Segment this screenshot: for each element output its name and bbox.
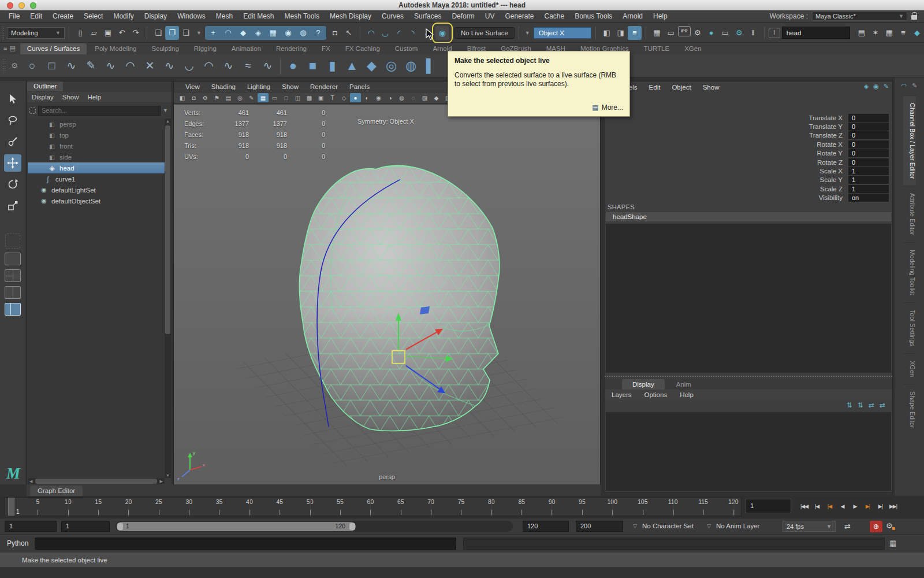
attach-curves-icon[interactable]: ∿ [160, 56, 179, 75]
step-back-frame-button[interactable]: |◀ [811, 499, 823, 513]
new-empty-layer-icon[interactable]: ⇄ [869, 401, 874, 409]
grease-pencil-icon[interactable]: ✎ [246, 93, 257, 102]
current-frame-field[interactable]: 1 [745, 499, 791, 513]
safe-action-icon[interactable]: ▣ [315, 93, 326, 102]
chevron-down-icon[interactable]: ▼ [163, 108, 170, 113]
safe-title-icon[interactable]: T [327, 93, 338, 102]
scroll-right-icon[interactable]: ▶ [158, 479, 165, 484]
textured-icon[interactable]: ◐ [362, 93, 372, 102]
scroll-down-icon[interactable]: ▼ [165, 473, 171, 477]
range-slider-range[interactable]: 1 120 [117, 522, 356, 531]
new-layer-from-selected-icon[interactable]: ⇄ [880, 401, 885, 409]
select-object-icon[interactable]: ❐ [165, 26, 179, 40]
grid-icon[interactable]: ▦ [258, 93, 269, 102]
step-forward-key-button[interactable]: ▶| [862, 499, 874, 513]
layer-editor-tab[interactable]: Anim [666, 379, 702, 390]
outliner-item[interactable]: front [28, 140, 165, 151]
tool-settings-toggle-icon[interactable]: ≡ [896, 26, 910, 40]
motion-blur-icon[interactable]: ◌ [408, 93, 419, 102]
menu-item[interactable]: Surfaces [409, 12, 446, 20]
bookmarks-icon[interactable]: ⚑ [211, 93, 222, 102]
single-pane-layout-button[interactable] [5, 253, 21, 265]
script-editor-icon[interactable]: ▦ [889, 539, 896, 547]
snap-magnet-grid-icon[interactable]: ◠ [364, 26, 378, 40]
camera-attributes-icon[interactable]: ◧ [177, 93, 188, 102]
horizontal-scrollbar[interactable]: ◀ ▶ [28, 478, 165, 484]
multisample-icon[interactable]: ▨ [419, 93, 430, 102]
snap-magnet-point-icon[interactable]: ◜ [392, 26, 406, 40]
channel-attribute-row[interactable]: Scale Z 1 [605, 184, 889, 193]
select-tool[interactable] [4, 90, 21, 108]
outliner-item[interactable]: defaultLightSet [28, 184, 165, 195]
new-scene-icon[interactable]: ▯ [73, 26, 87, 40]
attribute-value-field[interactable]: on [848, 194, 889, 202]
modeling-toolkit-toggle-icon[interactable]: ▤ [855, 26, 869, 40]
arc-tool-icon[interactable]: ◠ [199, 56, 218, 75]
attribute-value-field[interactable]: 0 [848, 140, 889, 149]
animation-end-field[interactable]: 200 [576, 521, 623, 532]
go-to-start-button[interactable]: |◀◀ [798, 499, 810, 513]
shelf-tab[interactable]: Custom [388, 43, 425, 54]
menu-item[interactable]: Mesh Display [325, 12, 377, 20]
nurbs-circle-tool-icon[interactable]: ○ [23, 56, 42, 75]
curve-cross-tool-icon[interactable]: ✕ [140, 56, 159, 75]
current-frame-marker[interactable] [8, 498, 14, 516]
scrollbar-thumb[interactable] [35, 479, 157, 484]
quick-rename-field[interactable]: head [782, 27, 850, 39]
symmetry-icon[interactable]: ◉ [281, 26, 296, 40]
outliner-item[interactable]: top [28, 129, 165, 140]
tooltip-more-link[interactable]: ▤ More... [592, 103, 623, 112]
render-settings-icon[interactable]: ⚙ [691, 26, 705, 40]
channel-attribute-row[interactable]: Visibility on [605, 194, 889, 202]
attribute-value-field[interactable]: 0 [848, 114, 889, 122]
gear-icon[interactable]: ⚙ [7, 58, 22, 73]
outliner-item[interactable]: head [28, 162, 165, 173]
attribute-value-field[interactable]: 1 [848, 167, 889, 175]
viewport-menu-item[interactable]: Lighting [241, 83, 276, 90]
playback-start-field[interactable]: 1 [61, 521, 110, 532]
hypershade-icon[interactable]: ● [705, 26, 718, 40]
interactive-creation-icon[interactable]: ◍ [401, 56, 420, 75]
move-layer-up-icon[interactable]: ⇅ [847, 401, 852, 409]
screen-ao-icon[interactable]: ◍ [396, 93, 407, 102]
detach-curves-icon[interactable]: ◡ [180, 56, 199, 75]
sidebar-tab[interactable]: Channel Box / Layer Editor [903, 95, 916, 186]
outliner-menu-item[interactable]: Help [88, 94, 107, 101]
shelf-tab[interactable]: Animation [225, 43, 268, 54]
timeline-track[interactable]: 5 10 15 20 25 30 35 [5, 497, 742, 516]
two-d-pan-zoom-icon[interactable]: ◎ [234, 93, 245, 102]
four-pane-layout-button[interactable] [5, 269, 21, 282]
layer-editor-menu-item[interactable]: Options [644, 391, 680, 398]
menu-item[interactable]: Curves [377, 12, 409, 20]
redo-icon[interactable]: ↷ [129, 26, 143, 40]
exit-on-completion-icon[interactable]: ▌ [421, 56, 440, 75]
scroll-left-icon[interactable]: ◀ [28, 479, 34, 484]
playback-loop-icon[interactable]: ⇄ [844, 522, 851, 531]
ipr-render-icon[interactable]: IPR [678, 26, 691, 36]
shelf-tab[interactable]: Rendering [269, 43, 314, 54]
attribute-editor-toggle-icon[interactable]: ▦ [882, 26, 896, 40]
lock-icon[interactable] [911, 15, 917, 20]
render-current-frame-icon[interactable]: ▭ [664, 26, 678, 40]
snap-projected-center-icon[interactable]: ◈ [251, 26, 266, 40]
sidebar-tab[interactable]: Modeling Toolkit [903, 242, 916, 302]
sidebar-tab[interactable]: Tool Settings [903, 302, 916, 353]
menu-item[interactable]: Cache [539, 12, 569, 20]
scroll-up-icon[interactable]: ▲ [165, 119, 171, 123]
menu-item[interactable]: UV [480, 12, 500, 20]
panel-splitter[interactable] [605, 374, 892, 379]
shelf-tab[interactable]: Sculpting [144, 43, 185, 54]
pause-viewport-icon[interactable]: ‖ [746, 26, 760, 40]
channel-box-menu-item[interactable]: Edit [649, 84, 670, 91]
layer-editor-tab[interactable]: Display [622, 379, 665, 390]
pencil-icon[interactable]: ✎ [884, 83, 889, 90]
menu-item[interactable]: Mesh Tools [280, 12, 325, 20]
rotate-tool[interactable] [4, 176, 21, 193]
scrollbar-thumb[interactable] [165, 125, 170, 334]
gate-mask-icon[interactable]: ◫ [292, 93, 303, 102]
attribute-value-field[interactable]: 1 [848, 176, 889, 184]
menu-item[interactable]: Arnold [617, 12, 648, 20]
light-icon[interactable]: ◉ [873, 83, 879, 90]
shelf-tab[interactable]: Curves / Surfaces [20, 43, 87, 54]
menu-item[interactable]: Display [139, 12, 172, 20]
